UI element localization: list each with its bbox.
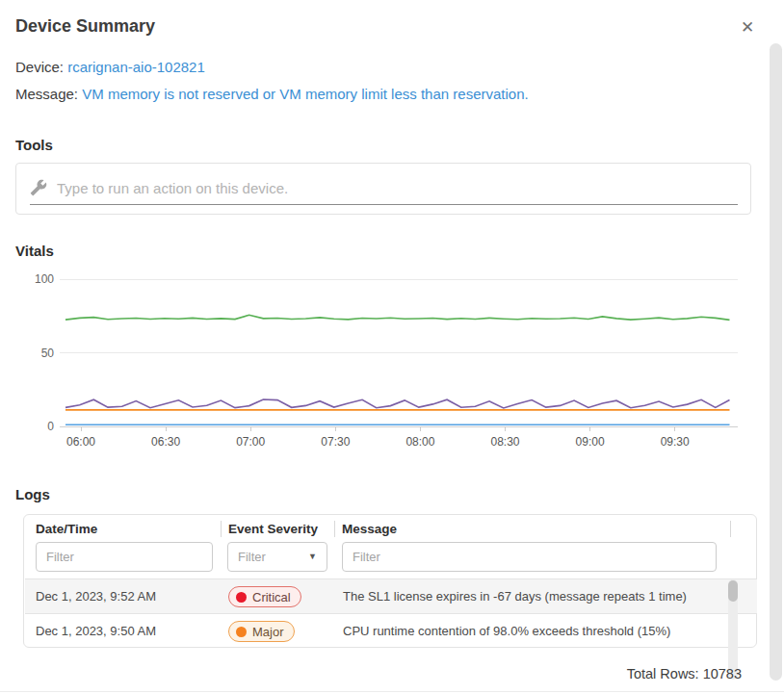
y-axis-tick-label: 50	[15, 347, 54, 360]
log-message: CPU runtime contention of 98.0% exceeds …	[343, 624, 670, 638]
logs-scrollbar-thumb[interactable]	[728, 580, 738, 602]
y-axis-tick-label: 0	[15, 420, 54, 433]
vitals-chart-canvas	[0, 260, 771, 452]
page-scrollbar-thumb[interactable]	[770, 43, 782, 681]
wrench-icon	[30, 179, 47, 196]
page-title: Device Summary	[15, 16, 155, 37]
close-icon[interactable]: ✕	[735, 15, 760, 40]
logs-table: Date/Time Event Severity Message ▼ Dec 1…	[23, 514, 757, 648]
column-header-message[interactable]: Message	[342, 522, 397, 536]
severity-label: Major	[252, 625, 284, 639]
tools-input-wrap	[30, 171, 738, 205]
bottom-divider	[0, 691, 784, 692]
log-datetime: Dec 1, 2023, 9:52 AM	[36, 589, 156, 604]
logs-section-title: Logs	[15, 486, 50, 502]
vitals-chart: 05010006:0006:3007:0007:3008:0008:3009:0…	[0, 260, 771, 452]
x-axis-tick-label: 08:00	[399, 435, 441, 449]
tools-section-title: Tools	[15, 137, 53, 153]
tools-action-input[interactable]	[57, 180, 738, 196]
severity-badge-major: Major	[228, 621, 295, 642]
series-line-purple	[65, 399, 730, 408]
message-line: Message: VM memory is not reserved or VM…	[15, 86, 529, 102]
x-axis-tick-label: 06:00	[60, 435, 102, 449]
x-axis-tick-label: 07:30	[314, 435, 356, 449]
device-line: Device: rcarignan-aio-102821	[15, 59, 205, 75]
datetime-filter-input[interactable]	[36, 542, 213, 572]
x-axis-tick-label: 09:00	[569, 435, 612, 449]
severity-badge-critical: Critical	[228, 586, 301, 607]
device-label: Device:	[15, 59, 64, 75]
critical-dot-icon	[236, 592, 247, 603]
x-axis-tick-label: 08:30	[484, 435, 527, 449]
column-separator	[730, 521, 731, 537]
severity-label: Critical	[252, 590, 291, 604]
device-summary-panel: Device Summary ✕ Device: rcarignan-aio-1…	[0, 0, 784, 694]
x-axis-tick-label: 09:30	[654, 435, 696, 449]
column-separator	[221, 521, 222, 537]
table-row[interactable]: Dec 1, 2023, 9:52 AM Critical The SL1 li…	[25, 578, 757, 613]
log-message: The SL1 license expires in -67 days (mes…	[343, 589, 687, 604]
message-label: Message:	[15, 86, 78, 102]
table-row[interactable]: Dec 1, 2023, 9:50 AM Major CPU runtime c…	[25, 613, 757, 648]
y-axis-tick-label: 100	[15, 272, 54, 286]
x-axis-tick-label: 06:30	[144, 435, 187, 449]
device-link[interactable]: rcarignan-aio-102821	[67, 59, 205, 75]
series-line-green	[65, 315, 730, 320]
column-header-severity[interactable]: Event Severity	[228, 522, 318, 536]
x-axis-tick-label: 07:00	[229, 435, 272, 449]
severity-filter-dropdown[interactable]	[227, 542, 327, 572]
tools-box	[15, 163, 751, 215]
vitals-section-title: Vitals	[15, 243, 54, 259]
log-datetime: Dec 1, 2023, 9:50 AM	[36, 624, 156, 638]
column-separator	[334, 521, 335, 537]
total-rows-label: Total Rows: 10783	[627, 666, 742, 681]
column-header-datetime[interactable]: Date/Time	[36, 522, 97, 536]
logs-scrollbar-track[interactable]	[728, 579, 738, 680]
message-link[interactable]: VM memory is not reserved or VM memory l…	[82, 86, 528, 102]
message-filter-input[interactable]	[342, 542, 717, 572]
major-dot-icon	[236, 627, 247, 637]
